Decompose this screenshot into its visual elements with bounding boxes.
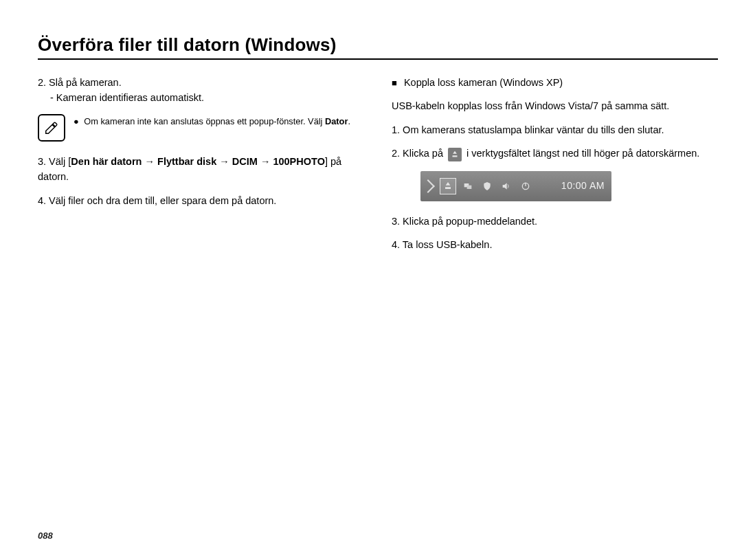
chevron-right-icon (421, 179, 435, 193)
pencil-icon (44, 120, 59, 135)
note-text: ● Om kameran inte kan anslutas öppnas et… (74, 114, 350, 128)
windows-taskbar: 10:00 AM (420, 171, 611, 201)
step-2-text: 2. Slå på kameran. (38, 77, 122, 88)
columns: 2. Slå på kameran. - Kameran identifiera… (38, 75, 718, 261)
note-post: . (348, 116, 350, 126)
tray-network-icon[interactable] (460, 179, 475, 194)
right-column: ■ Koppla loss kameran (Windows XP) USB-k… (392, 75, 718, 261)
r-step-1: 1. Om kamerans statuslampa blinkar vänta… (392, 122, 718, 137)
r-step-4: 4. Ta loss USB-kabeln. (392, 237, 718, 252)
r-step-2-pre: 2. Klicka på (392, 148, 446, 159)
page-title: Överföra filer till datorn (Windows) (38, 34, 718, 56)
tray-safely-remove-icon[interactable] (440, 178, 456, 194)
r-step-2-post: i verktygsfältet längst ned till höger p… (466, 148, 699, 159)
note-pre: Om kameran inte kan anslutas öppnas ett … (84, 116, 325, 126)
bullet: ● (74, 116, 79, 126)
step-3-pre: 3. Välj [ (38, 156, 71, 167)
r-step-3: 3. Klicka på popup-meddelandet. (392, 214, 718, 229)
step-3: 3. Välj [Den här datorn → Flyttbar disk … (38, 154, 364, 185)
svg-rect-3 (525, 183, 526, 186)
tray-shield-icon[interactable] (480, 179, 495, 194)
section-title: Koppla loss kameran (Windows XP) (404, 77, 563, 88)
section-heading: ■ Koppla loss kameran (Windows XP) (392, 75, 718, 90)
title-rule (38, 58, 718, 60)
left-column: 2. Slå på kameran. - Kameran identifiera… (38, 75, 364, 261)
safely-remove-icon (448, 148, 462, 161)
tray-power-icon[interactable] (518, 179, 533, 194)
section-marker: ■ (392, 78, 397, 88)
page: Överföra filer till datorn (Windows) 2. … (0, 0, 742, 560)
note-bold: Dator (325, 116, 348, 126)
step-4: 4. Välj filer och dra dem till, eller sp… (38, 193, 364, 208)
page-number: 088 (38, 530, 53, 541)
pencil-note-icon (38, 114, 65, 142)
step-2: 2. Slå på kameran. - Kameran identifiera… (38, 75, 364, 106)
svg-rect-1 (467, 186, 472, 189)
r-step-2: 2. Klicka på i verktygsfältet längst ned… (392, 146, 718, 161)
step-2-sub: - Kameran identifieras automatiskt. (50, 92, 204, 103)
intro-text: USB-kabeln kopplas loss från Windows Vis… (392, 98, 718, 113)
note-callout: ● Om kameran inte kan anslutas öppnas et… (38, 114, 364, 142)
tray-volume-icon[interactable] (499, 179, 514, 194)
taskbar-clock: 10:00 AM (561, 179, 605, 194)
step-3-bold: Den här datorn → Flyttbar disk → DCIM → … (71, 156, 325, 167)
